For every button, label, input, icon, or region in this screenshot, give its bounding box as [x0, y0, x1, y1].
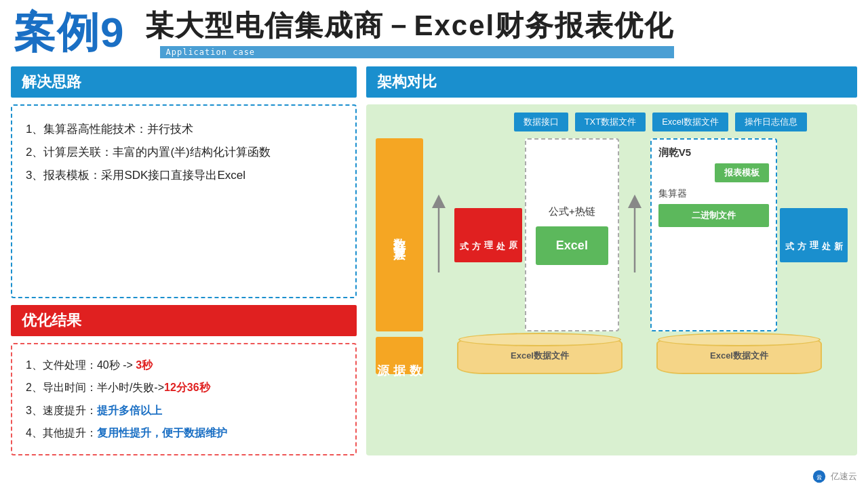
excel-file-label-2: Excel数据文件: [710, 350, 768, 362]
solution-item-2: 2、计算层关联：丰富的内置(半)结构化计算函数: [26, 141, 342, 164]
arrow-up-left: [429, 195, 448, 276]
right-panel: 架构对比 数据接口 TXT数据文件 Excel数据文件 操作日志信息 数据计算层: [366, 66, 857, 455]
page-title: 某大型电信集成商－Excel财务报表优化: [145, 7, 674, 45]
new-method-label: 新处理方式: [780, 208, 848, 262]
calculator-label: 集算器: [658, 188, 769, 200]
main-content: 解决思路 1、集算器高性能技术：并行技术 2、计算层关联：丰富的内置(半)结构化…: [0, 61, 868, 461]
result-highlight-2: 12分36秒: [164, 382, 210, 393]
arch-header: 架构对比: [366, 66, 857, 98]
bottom-datasource: 数据源 Excel数据文件 Excel数据文件: [376, 337, 848, 374]
datasource-label: 数据源: [376, 337, 423, 374]
logo-icon: 云: [812, 469, 827, 484]
chip-excel-file: Excel数据文件: [652, 113, 728, 131]
result-highlight-1: 3秒: [136, 359, 153, 371]
chip-txt-file: TXT数据文件: [575, 113, 646, 131]
arch-diagram: 数据接口 TXT数据文件 Excel数据文件 操作日志信息 数据计算层: [366, 104, 857, 455]
old-method-wrapper: 原处理方式 公式+热链 Excel: [454, 138, 619, 331]
excel-box-old: Excel: [536, 226, 608, 265]
case-number: 案例9: [14, 12, 125, 54]
solution-header: 解决思路: [11, 66, 357, 98]
chip-data-interface: 数据接口: [514, 113, 568, 131]
top-data-row: 数据接口 TXT数据文件 Excel数据文件 操作日志信息: [376, 113, 848, 131]
old-method-content: 公式+热链 Excel: [525, 138, 619, 331]
result-item-4: 4、其他提升：复用性提升，便于数据维护: [26, 422, 342, 445]
excel-cylinder-1: Excel数据文件: [457, 337, 623, 374]
svg-text:云: 云: [816, 474, 822, 481]
report-template-box: 报表模板: [715, 163, 769, 182]
application-badge: Application case: [160, 46, 674, 58]
chip-operation-log: 操作日志信息: [735, 113, 807, 131]
result-header: 优化结果: [11, 305, 357, 336]
result-highlight-4: 复用性提升，便于数据维护: [97, 427, 227, 439]
solution-item-1: 1、集算器高性能技术：并行技术: [26, 118, 342, 141]
excel-file-label-1: Excel数据文件: [511, 350, 569, 362]
new-method-content: 润乾V5 报表模板 集算器 二进制文件: [650, 138, 777, 331]
old-method-label: 原处理方式: [454, 208, 522, 262]
left-panel: 解决思路 1、集算器高性能技术：并行技术 2、计算层关联：丰富的内置(半)结构化…: [11, 66, 357, 455]
logo-text: 亿速云: [831, 470, 857, 483]
result-item-3: 3、速度提升：提升多倍以上: [26, 399, 342, 422]
excel-cylinder-2: Excel数据文件: [656, 337, 822, 374]
formula-label: 公式+热链: [549, 205, 595, 218]
new-method-wrapper: 润乾V5 报表模板 集算器 二进制文件 新处理方式: [650, 138, 848, 331]
header: 案例9 某大型电信集成商－Excel财务报表优化 Application cas…: [0, 0, 868, 61]
result-item-2: 2、导出时间：半小时/失败->12分36秒: [26, 376, 342, 399]
result-item-1: 1、文件处理：40秒 -> 3秒: [26, 354, 342, 377]
runqian-label: 润乾V5: [658, 146, 769, 159]
solution-box: 1、集算器高性能技术：并行技术 2、计算层关联：丰富的内置(半)结构化计算函数 …: [11, 104, 357, 298]
arrow-up-right: [625, 195, 644, 276]
data-compute-label: 数据计算层: [391, 228, 408, 242]
data-compute-layer: 数据计算层: [376, 138, 423, 331]
result-box: 1、文件处理：40秒 -> 3秒 2、导出时间：半小时/失败->12分36秒 3…: [11, 343, 357, 455]
footer: 云 亿速云: [812, 469, 857, 484]
result-highlight-3: 提升多倍以上: [97, 405, 162, 416]
solution-item-3: 3、报表模板：采用SDK接口直接导出Excel: [26, 164, 342, 187]
binary-box: 二进制文件: [658, 204, 769, 227]
